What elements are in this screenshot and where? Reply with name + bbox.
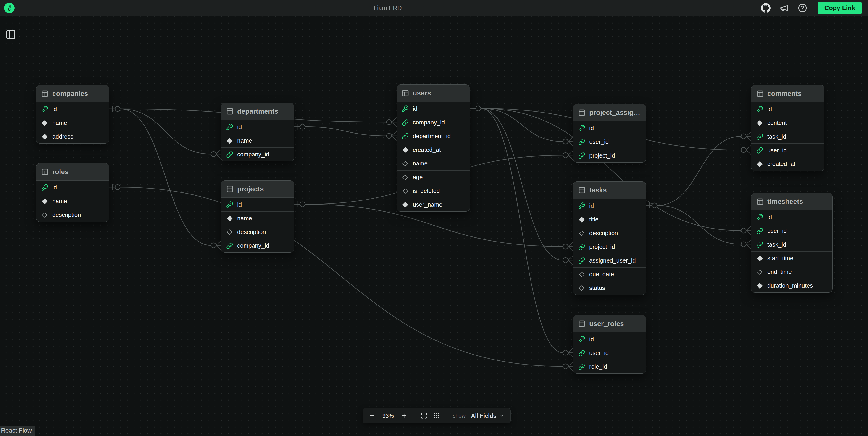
edge-users-id-to-project_assignments-user_id[interactable] [470,105,573,146]
github-button[interactable] [761,3,771,13]
table-header-timesheets[interactable]: timesheets [751,193,832,210]
column-row-comments-id[interactable]: id [751,102,824,116]
column-row-tasks-id[interactable]: id [573,199,646,213]
column-name: end_time [767,269,792,276]
edge-users-id-to-user_roles-user_id[interactable] [481,108,573,357]
table-node-project_assignments[interactable]: project_assignmentsiduser_idproject_id [573,104,646,162]
column-row-users-user_name[interactable]: user_name [397,198,470,211]
column-row-timesheets-user_id[interactable]: user_id [751,224,832,238]
table-header-tasks[interactable]: tasks [573,182,646,199]
fit-view-button[interactable] [421,412,427,419]
sidebar-toggle-button[interactable] [5,29,16,40]
table-node-tasks[interactable]: tasksidtitledescriptionproject_idassigne… [573,182,646,295]
column-row-timesheets-id[interactable]: id [751,210,832,224]
react-flow-attribution[interactable]: React Flow [0,426,35,436]
column-row-comments-content[interactable]: content [751,116,824,130]
table-node-user_roles[interactable]: user_rolesiduser_idrole_id [573,315,646,374]
table-header-companies[interactable]: companies [36,85,109,102]
table-node-users[interactable]: usersidcompany_iddepartment_idcreated_at… [397,85,470,212]
column-row-tasks-assigned_user_id[interactable]: assigned_user_id [573,254,646,267]
column-row-project_assignments-id[interactable]: id [573,121,646,135]
table-node-roles[interactable]: rolesidnamedescription [36,163,109,222]
edge-roles-id-to-user_roles-role_id[interactable] [109,184,573,371]
table-node-departments[interactable]: departmentsidnamecompany_id [221,103,294,161]
table-node-comments[interactable]: commentsidcontenttask_iduser_idcreated_a… [751,85,825,171]
column-row-user_roles-role_id[interactable]: role_id [573,360,646,373]
column-name: name [237,137,252,144]
column-row-projects-name[interactable]: name [221,211,294,225]
edge-tasks-id-to-timesheets-task_id[interactable] [657,206,751,249]
column-row-project_assignments-project_id[interactable]: project_id [573,149,646,162]
column-row-projects-company_id[interactable]: company_id [221,239,294,252]
not-null-diamond-icon [756,282,763,289]
table-header-departments[interactable]: departments [221,103,294,120]
table-icon [226,108,234,115]
help-button[interactable] [798,3,807,12]
table-header-users[interactable]: users [397,85,470,102]
column-row-timesheets-end_time[interactable]: end_time [751,265,832,279]
not-null-diamond-icon [756,120,763,126]
grid-dots-icon [433,412,440,419]
zoom-out-button[interactable] [369,412,376,419]
column-row-users-name[interactable]: name [397,157,470,170]
table-title: projects [237,185,264,193]
column-row-tasks-title[interactable]: title [573,213,646,226]
column-row-projects-description[interactable]: description [221,225,294,239]
column-row-companies-id[interactable]: id [36,102,109,116]
column-row-companies-name[interactable]: name [36,116,109,130]
table-node-projects[interactable]: projectsidnamedescriptioncompany_id [221,180,294,253]
crows-foot-marker [392,131,397,141]
column-row-tasks-due_date[interactable]: due_date [573,267,646,281]
column-row-user_roles-user_id[interactable]: user_id [573,346,646,360]
foreign-key-icon [578,152,585,159]
column-row-timesheets-task_id[interactable]: task_id [751,238,832,251]
liam-logo[interactable]: ℓ [4,3,14,13]
column-row-timesheets-start_time[interactable]: start_time [751,251,832,265]
column-row-projects-id[interactable]: id [221,198,294,211]
column-row-comments-user_id[interactable]: user_id [751,143,824,157]
column-row-departments-id[interactable]: id [221,120,294,134]
column-row-roles-name[interactable]: name [36,194,109,208]
edge-departments-id-to-users-department_id[interactable] [294,124,397,141]
column-row-departments-company_id[interactable]: company_id [221,148,294,161]
table-header-comments[interactable]: comments [751,85,824,102]
column-row-tasks-status[interactable]: status [573,281,646,295]
primary-key-icon [578,202,585,209]
table-node-timesheets[interactable]: timesheetsiduser_idtask_idstart_timeend_… [751,193,833,293]
column-row-users-age[interactable]: age [397,170,470,184]
copy-link-button[interactable]: Copy Link [817,2,862,14]
tidy-up-button[interactable] [433,412,440,419]
column-row-departments-name[interactable]: name [221,134,294,148]
zoom-in-button[interactable] [401,412,407,419]
fields-filter-dropdown[interactable]: All Fields [471,412,504,419]
column-row-tasks-project_id[interactable]: project_id [573,240,646,254]
foreign-key-icon [578,138,585,146]
column-row-user_roles-id[interactable]: id [573,332,646,346]
column-row-roles-id[interactable]: id [36,181,109,194]
table-header-roles[interactable]: roles [36,163,109,181]
primary-key-icon [226,201,233,208]
crows-foot-marker [568,137,573,146]
column-name: task_id [767,241,786,248]
table-header-projects[interactable]: projects [221,181,294,198]
column-row-users-id[interactable]: id [397,102,470,116]
table-header-user_roles[interactable]: user_roles [573,315,646,332]
column-row-tasks-description[interactable]: description [573,226,646,240]
column-row-roles-description[interactable]: description [36,208,109,222]
column-row-project_assignments-user_id[interactable]: user_id [573,135,646,149]
table-header-project_assignments[interactable]: project_assignments [573,104,646,121]
column-name: assigned_user_id [589,257,636,264]
column-row-users-is_deleted[interactable]: is_deleted [397,184,470,198]
table-node-companies[interactable]: companiesidnameaddress [36,85,109,144]
release-notes-button[interactable] [780,3,789,12]
column-row-users-department_id[interactable]: department_id [397,129,470,143]
column-row-users-company_id[interactable]: company_id [397,116,470,129]
column-row-timesheets-duration_minutes[interactable]: duration_minutes [751,279,832,292]
column-row-comments-created_at[interactable]: created_at [751,157,824,171]
edge-companies-id-to-projects-company_id[interactable] [120,109,221,250]
edge-companies-id-to-departments-company_id[interactable] [109,106,221,159]
column-row-companies-address[interactable]: address [36,130,109,143]
erd-canvas[interactable]: companiesidnameaddressrolesidnamedescrip… [0,16,868,436]
column-row-users-created_at[interactable]: created_at [397,143,470,157]
column-row-comments-task_id[interactable]: task_id [751,130,824,143]
